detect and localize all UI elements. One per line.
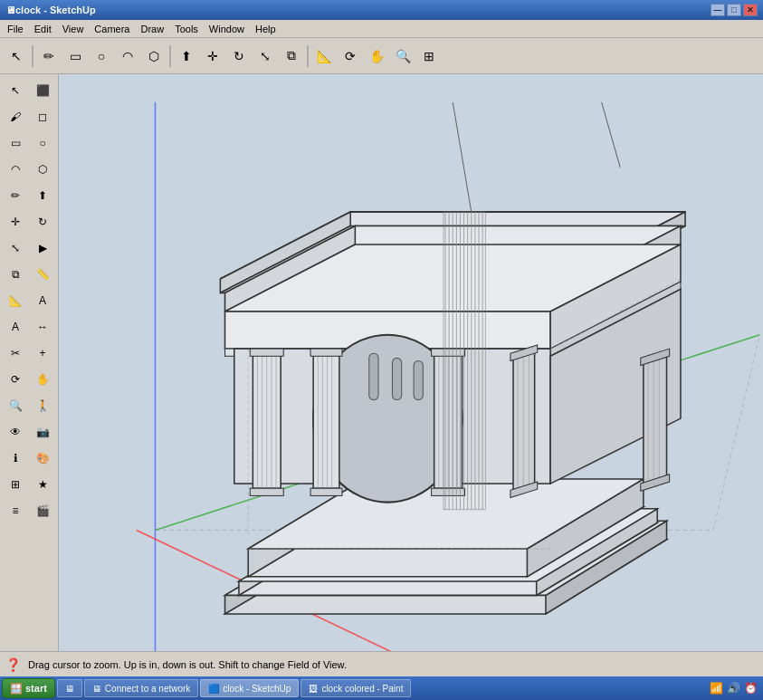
left-tool-move2[interactable]: ✛: [3, 209, 28, 235]
left-tool-walk[interactable]: 🚶: [30, 393, 55, 418]
taskbar-item-sketchup[interactable]: 🟦 clock - SketchUp: [200, 679, 299, 697]
toolbar-polygon[interactable]: ⬡: [141, 43, 167, 69]
left-tool-rotate2[interactable]: ↻: [30, 209, 55, 235]
left-tool-dimension[interactable]: ↔: [30, 314, 55, 340]
left-toolbar-row-16: ≡🎬: [3, 498, 55, 523]
menu-item-window[interactable]: Window: [204, 22, 250, 36]
toolbar-divider-0: [32, 45, 33, 67]
title-bar: 🖥 clock - SketchUp — □ ✕: [0, 0, 763, 20]
left-tool-3d-select[interactable]: ⬛: [30, 78, 55, 103]
svg-rect-57: [432, 349, 465, 356]
left-tool-tape2[interactable]: 📏: [30, 262, 55, 287]
menu-item-view[interactable]: View: [57, 22, 90, 36]
left-tool-axes[interactable]: +: [30, 340, 55, 366]
left-tool-polygon2[interactable]: ⬡: [30, 157, 55, 182]
maximize-button[interactable]: □: [727, 4, 741, 16]
left-toolbar-row-1: 🖌◻: [3, 104, 55, 129]
left-tool-3d-text[interactable]: A: [3, 314, 28, 340]
left-tool-circle2[interactable]: ○: [30, 130, 55, 156]
left-tool-arc2[interactable]: ◠: [3, 157, 28, 182]
left-toolbar-row-12: 🔍🚶: [3, 393, 55, 418]
toolbar-zoom[interactable]: 🔍: [390, 43, 415, 69]
title-bar-title: clock - SketchUp: [15, 5, 711, 15]
paint-icon: 🖼: [309, 684, 318, 694]
taskbar-item-network[interactable]: 🖥 Connect to a network: [84, 679, 199, 697]
title-bar-icon: 🖥: [5, 5, 15, 15]
svg-marker-65: [513, 350, 535, 493]
toolbar-rotate[interactable]: ↻: [226, 43, 252, 69]
svg-rect-43: [250, 488, 283, 495]
left-tool-push-pull2[interactable]: ⬆: [30, 183, 55, 208]
viewport[interactable]: [59, 74, 763, 651]
left-tool-follow-me[interactable]: ▶: [30, 235, 55, 261]
toolbar-push-pull[interactable]: ⬆: [174, 43, 199, 69]
menu-item-draw[interactable]: Draw: [135, 22, 169, 36]
network-label: Connect to a network: [105, 684, 191, 694]
minimize-button[interactable]: —: [711, 4, 725, 16]
svg-rect-50: [310, 488, 342, 495]
left-tool-eraser[interactable]: ◻: [30, 104, 55, 129]
left-tool-layers[interactable]: ≡: [3, 498, 28, 523]
left-tool-components[interactable]: ⊞: [3, 472, 28, 497]
sketchup-icon: 🟦: [208, 684, 219, 694]
menu-bar: FileEditViewCameraDrawToolsWindowHelp: [0, 20, 763, 38]
tray-volume-icon[interactable]: 🔊: [727, 682, 740, 695]
left-toolbar-row-10: ✂+: [3, 340, 55, 366]
toolbar-move[interactable]: ✛: [200, 43, 225, 69]
left-tool-zoom2[interactable]: 🔍: [3, 393, 28, 418]
left-tool-offset2[interactable]: ⧉: [3, 262, 28, 287]
left-toolbar-row-2: ▭○: [3, 130, 55, 156]
left-toolbar-row-6: ⤡▶: [3, 235, 55, 261]
left-tool-scenes[interactable]: 🎬: [30, 498, 55, 523]
left-tool-protractor[interactable]: 📐: [3, 288, 28, 313]
left-tool-entities-info[interactable]: ℹ: [3, 446, 28, 471]
left-tool-pencil2[interactable]: ✏: [3, 183, 28, 208]
left-tool-materials[interactable]: 🎨: [30, 446, 55, 471]
left-toolbar: ↖⬛🖌◻▭○◠⬡✏⬆✛↻⤡▶⧉📏📐AA↔✂+⟳✋🔍🚶👁📷ℹ🎨⊞★≡🎬: [0, 74, 59, 651]
toolbar-tape[interactable]: 📐: [311, 43, 337, 69]
left-toolbar-row-11: ⟳✋: [3, 367, 55, 392]
toolbar-offset[interactable]: ⧉: [279, 43, 304, 69]
menu-item-edit[interactable]: Edit: [29, 22, 57, 36]
menu-item-file[interactable]: File: [2, 22, 29, 36]
toolbar-scale[interactable]: ⤡: [253, 43, 278, 69]
toolbar-pencil[interactable]: ✏: [36, 43, 62, 69]
left-tool-look-around[interactable]: 👁: [3, 419, 28, 445]
left-toolbar-row-8: 📐A: [3, 288, 55, 313]
toolbar: ↖✏▭○◠⬡⬆✛↻⤡⧉📐⟳✋🔍⊞: [0, 38, 763, 74]
left-tool-scale2[interactable]: ⤡: [3, 235, 28, 261]
left-tool-styles[interactable]: ★: [30, 472, 55, 497]
left-toolbar-row-5: ✛↻: [3, 209, 55, 235]
menu-item-tools[interactable]: Tools: [169, 22, 204, 36]
left-tool-select-arrow[interactable]: ↖: [3, 78, 28, 103]
tray-network-icon[interactable]: 📶: [710, 682, 723, 695]
left-tool-position-camera[interactable]: 📷: [30, 419, 55, 445]
toolbar-circle[interactable]: ○: [89, 43, 114, 69]
left-tool-orbit2[interactable]: ⟳: [3, 367, 28, 392]
svg-rect-33: [369, 353, 378, 399]
taskbar-show-desktop[interactable]: 🖥: [57, 679, 82, 697]
title-bar-controls: — □ ✕: [711, 4, 758, 16]
left-tool-paint[interactable]: 🖌: [3, 104, 28, 129]
start-button[interactable]: 🪟 start: [2, 678, 55, 698]
toolbar-zoom-extents[interactable]: ⊞: [416, 43, 442, 69]
taskbar-item-paint[interactable]: 🖼 clock colored - Paint: [300, 679, 411, 697]
left-tool-rectangle2[interactable]: ▭: [3, 130, 28, 156]
toolbar-orbit[interactable]: ⟳: [338, 43, 363, 69]
sketchup-label: clock - SketchUp: [223, 684, 291, 694]
toolbar-arc[interactable]: ◠: [115, 43, 140, 69]
left-toolbar-row-13: 👁📷: [3, 419, 55, 445]
left-tool-pan2[interactable]: ✋: [30, 367, 55, 392]
left-toolbar-row-3: ◠⬡: [3, 157, 55, 182]
svg-rect-35: [414, 360, 423, 399]
menu-item-help[interactable]: Help: [250, 22, 281, 36]
menu-item-camera[interactable]: Camera: [89, 22, 135, 36]
left-tool-text[interactable]: A: [30, 288, 55, 313]
tray-clock: ⏰: [744, 682, 758, 695]
toolbar-rectangle[interactable]: ▭: [62, 43, 88, 69]
svg-rect-42: [250, 349, 283, 356]
toolbar-pan[interactable]: ✋: [364, 43, 389, 69]
left-tool-section[interactable]: ✂: [3, 340, 28, 366]
toolbar-select[interactable]: ↖: [4, 43, 29, 69]
close-button[interactable]: ✕: [743, 4, 758, 16]
